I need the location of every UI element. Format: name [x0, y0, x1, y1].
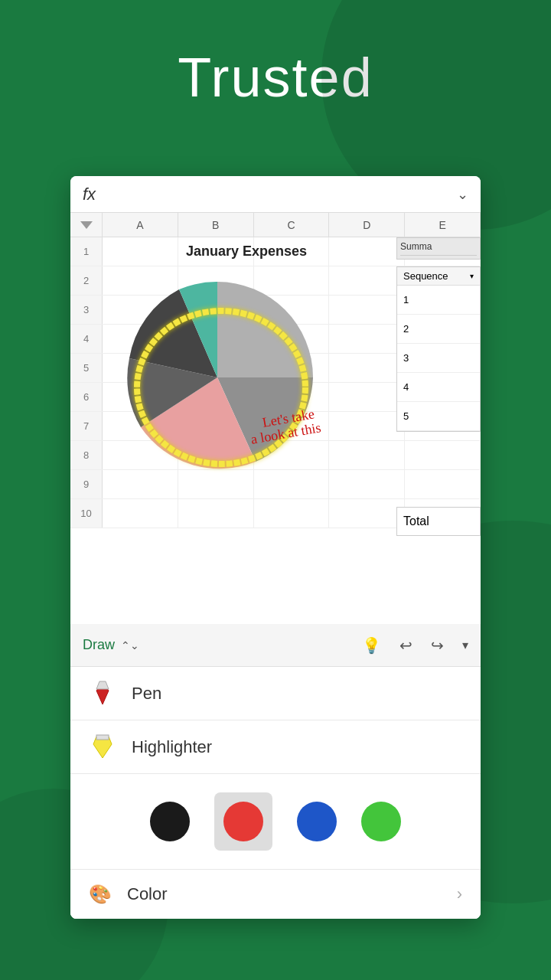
col-header-b[interactable]: B [178, 213, 254, 237]
total-cell: Total [396, 507, 481, 536]
color-nav-arrow: › [457, 884, 462, 904]
sequence-table: Sequence ▾ 1 2 3 4 5 [396, 266, 481, 432]
col-header-c[interactable]: C [254, 213, 330, 237]
corner-icon [80, 221, 93, 229]
color-nav[interactable]: 🎨 Color › [70, 870, 481, 919]
seq-row-4[interactable]: 4 [397, 373, 480, 402]
svg-rect-6 [96, 735, 109, 740]
pen-label: Pen [132, 684, 161, 704]
color-blue[interactable] [297, 802, 337, 841]
draw-toolbar: Draw ⌃⌄ 💡 ↩ ↪ ▾ [70, 624, 481, 667]
col-header-e[interactable]: E [405, 213, 481, 237]
seq-row-3[interactable]: 3 [397, 344, 480, 373]
color-nav-label: Color [127, 884, 168, 904]
draw-chevrons-icon: ⌃⌄ [121, 639, 139, 652]
svg-marker-4 [96, 681, 109, 689]
color-green[interactable] [361, 802, 401, 841]
color-black[interactable] [150, 802, 190, 841]
chart-title: January Expenses [109, 243, 384, 260]
highlighter-label: Highlighter [132, 737, 212, 757]
legend-title: Summa [400, 241, 477, 256]
spreadsheet-container: fx ⌄ A B C D E 1 2 3 4 5 6 7 8 9 10 Janu… [70, 176, 481, 919]
formula-bar: fx ⌄ [70, 176, 481, 213]
legend-box: Summa [396, 237, 481, 260]
seq-row-2[interactable]: 2 [397, 315, 480, 344]
highlight-annotation: Let's take a look at this [103, 266, 363, 496]
grid-body: 1 2 3 4 5 6 7 8 9 10 January Expenses [70, 237, 481, 536]
grid-header-row: A B C D E [70, 213, 481, 237]
redo-icon[interactable]: ↪ [431, 636, 444, 655]
seq-row-1[interactable]: 1 [397, 286, 480, 315]
corner-cell [70, 213, 103, 237]
pen-tool-item[interactable]: Pen [70, 667, 481, 720]
color-red[interactable] [223, 802, 263, 841]
col-header-d[interactable]: D [329, 213, 405, 237]
undo-icon[interactable]: ↩ [399, 636, 412, 655]
page-title: Trusted [0, 0, 551, 155]
col-header-a[interactable]: A [103, 213, 178, 237]
draw-button[interactable]: Draw ⌃⌄ [83, 637, 139, 653]
bottom-panel: Draw ⌃⌄ 💡 ↩ ↪ ▾ Pen [70, 624, 481, 919]
toolbar-icons: 💡 ↩ ↪ ▾ [362, 636, 468, 655]
color-red-selected-bg[interactable] [214, 792, 272, 851]
total-label: Total [403, 514, 429, 528]
sequence-label: Sequence [403, 270, 448, 282]
seq-row-5[interactable]: 5 [397, 402, 480, 431]
color-picker [70, 774, 481, 870]
pen-icon [89, 680, 116, 707]
highlighter-tool-item[interactable]: Highlighter [70, 720, 481, 774]
formula-chevron[interactable]: ⌄ [457, 186, 468, 203]
highlighter-icon [89, 733, 116, 761]
more-dropdown-icon[interactable]: ▾ [462, 638, 468, 652]
sequence-header: Sequence ▾ [397, 267, 480, 286]
fx-label: fx [83, 185, 96, 204]
lightbulb-icon[interactable]: 💡 [362, 636, 381, 655]
color-nav-icon: 🎨 [89, 884, 112, 905]
draw-label: Draw [83, 637, 115, 653]
sequence-dropdown[interactable]: ▾ [470, 272, 474, 280]
